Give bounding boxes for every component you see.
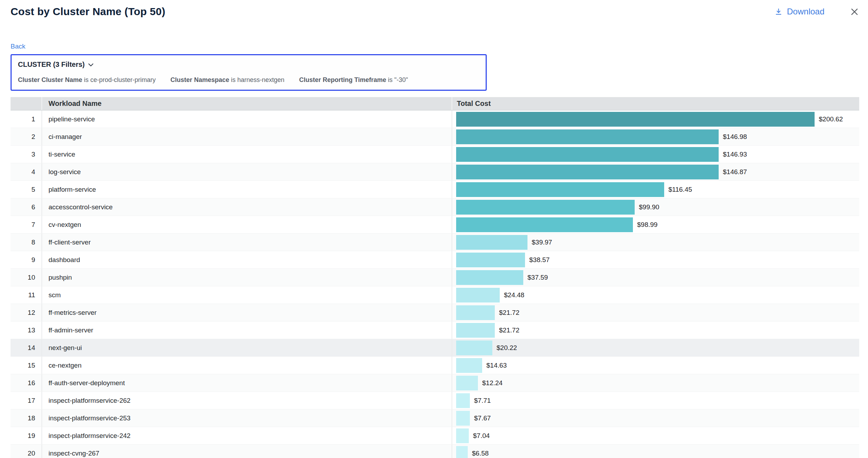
filter-panel-header[interactable]: CLUSTER (3 Filters) [18, 60, 479, 69]
cost-bar [456, 393, 470, 408]
filter-condition: Cluster Cluster Nameisce-prod-cluster-pr… [18, 76, 156, 84]
drilldown-panel: Cost by Cluster Name (Top 50) Download [0, 4, 868, 458]
row-rank: 4 [11, 163, 41, 180]
cost-bar [456, 428, 469, 443]
cost-bar [456, 217, 633, 232]
workload-name: ff-metrics-server [41, 304, 452, 321]
filter-condition-field: Cluster Reporting Timeframe [299, 76, 386, 83]
row-rank: 11 [11, 286, 41, 304]
total-cost-cell: $99.90 [452, 198, 859, 216]
filter-condition: Cluster Namespaceisharness-nextgen [170, 76, 284, 84]
column-header-rank [11, 97, 41, 110]
workload-name: inspect-cvng-267 [41, 445, 452, 458]
total-cost-cell: $20.22 [452, 339, 859, 356]
workload-name: ci-manager [41, 128, 452, 145]
row-rank: 19 [11, 427, 41, 444]
table-row[interactable]: 11 scm $24.48 [11, 286, 859, 304]
table-row[interactable]: 6 accesscontrol-service $99.90 [11, 198, 859, 216]
row-rank: 20 [11, 445, 41, 458]
cost-bar [456, 411, 470, 426]
cost-bar [456, 376, 478, 390]
table-row[interactable]: 18 inspect-platformservice-253 $7.67 [11, 409, 859, 427]
row-rank: 14 [11, 339, 41, 356]
workload-name: ff-admin-server [41, 322, 452, 339]
table-row[interactable]: 8 ff-client-server $39.97 [11, 234, 859, 251]
table-row[interactable]: 13 ff-admin-server $21.72 [11, 322, 859, 339]
total-cost-cell: $7.04 [452, 427, 859, 444]
table-row[interactable]: 4 log-service $146.87 [11, 163, 859, 181]
row-rank: 17 [11, 392, 41, 409]
table-row[interactable]: 3 ti-service $146.93 [11, 146, 859, 163]
row-rank: 15 [11, 357, 41, 374]
workload-name: ti-service [41, 146, 452, 163]
filter-conditions: Cluster Cluster Nameisce-prod-cluster-pr… [18, 76, 479, 84]
total-cost-cell: $21.72 [452, 304, 859, 321]
page-title: Cost by Cluster Name (Top 50) [11, 6, 165, 18]
workload-name: ff-client-server [41, 234, 452, 251]
row-rank: 8 [11, 234, 41, 251]
total-cost-cell: $98.99 [452, 216, 859, 233]
filter-condition-operator: is [388, 76, 393, 83]
row-rank: 12 [11, 304, 41, 321]
top-actions: Download [775, 7, 859, 17]
row-rank: 6 [11, 198, 41, 216]
table-row[interactable]: 7 cv-nextgen $98.99 [11, 216, 859, 234]
row-rank: 7 [11, 216, 41, 233]
cost-bar [456, 446, 468, 458]
cost-bar [456, 112, 815, 127]
cost-bar [456, 165, 719, 179]
table-row[interactable]: 16 ff-auth-server-deployment $12.24 [11, 374, 859, 392]
cost-bar [456, 358, 482, 373]
table-row[interactable]: 2 ci-manager $146.98 [11, 128, 859, 146]
table-row[interactable]: 12 ff-metrics-server $21.72 [11, 304, 859, 322]
row-rank: 2 [11, 128, 41, 145]
cost-bar [456, 305, 495, 320]
workload-name: dashboard [41, 251, 452, 268]
total-cost-cell: $146.87 [452, 163, 859, 180]
cost-value: $7.67 [474, 414, 491, 422]
total-cost-cell: $146.98 [452, 128, 859, 145]
table-row[interactable]: 19 inspect-platformservice-242 $7.04 [11, 427, 859, 445]
cost-value: $39.97 [532, 238, 552, 246]
table-row[interactable]: 10 pushpin $37.59 [11, 269, 859, 286]
chevron-down-icon [88, 63, 93, 67]
workload-name: scm [41, 286, 452, 304]
table-header: Workload Name Total Cost [11, 97, 859, 110]
workload-name: ff-auth-server-deployment [41, 374, 452, 392]
cost-bar [456, 182, 664, 197]
cost-value: $146.98 [723, 133, 747, 141]
cost-value: $37.59 [527, 274, 548, 281]
total-cost-cell: $7.67 [452, 409, 859, 427]
download-icon [775, 8, 783, 16]
back-link[interactable]: Back [11, 42, 25, 51]
table-row[interactable]: 1 pipeline-service $200.62 [11, 110, 859, 128]
workload-name: log-service [41, 163, 452, 180]
workload-name: inspect-platformservice-253 [41, 409, 452, 427]
total-cost-cell: $37.59 [452, 269, 859, 286]
table-row[interactable]: 5 platform-service $116.45 [11, 181, 859, 198]
row-rank: 1 [11, 110, 41, 128]
total-cost-cell: $12.24 [452, 374, 859, 392]
row-rank: 16 [11, 374, 41, 392]
cost-value: $24.48 [504, 291, 524, 299]
cost-bar [456, 200, 635, 215]
cost-value: $14.63 [486, 362, 507, 369]
cost-bar [456, 235, 527, 250]
workload-name: accesscontrol-service [41, 198, 452, 216]
cost-bar [456, 323, 495, 338]
table-row[interactable]: 15 ce-nextgen $14.63 [11, 357, 859, 374]
table-row[interactable]: 17 inspect-platformservice-262 $7.71 [11, 392, 859, 409]
top-bar: Cost by Cluster Name (Top 50) Download [11, 4, 859, 19]
cost-bar [456, 129, 719, 144]
table-body: 1 pipeline-service $200.62 2 ci-manager … [11, 110, 859, 458]
row-rank: 3 [11, 146, 41, 163]
cost-bar [456, 147, 719, 162]
download-button[interactable]: Download [775, 7, 824, 17]
close-icon [850, 7, 859, 17]
total-cost-cell: $14.63 [452, 357, 859, 374]
close-button[interactable] [850, 7, 859, 17]
table-row[interactable]: 9 dashboard $38.57 [11, 251, 859, 269]
table-row[interactable]: 14 next-gen-ui $20.22 [11, 339, 859, 357]
cost-table: Workload Name Total Cost 1 pipeline-serv… [11, 97, 859, 458]
table-row[interactable]: 20 inspect-cvng-267 $6.58 [11, 445, 859, 458]
